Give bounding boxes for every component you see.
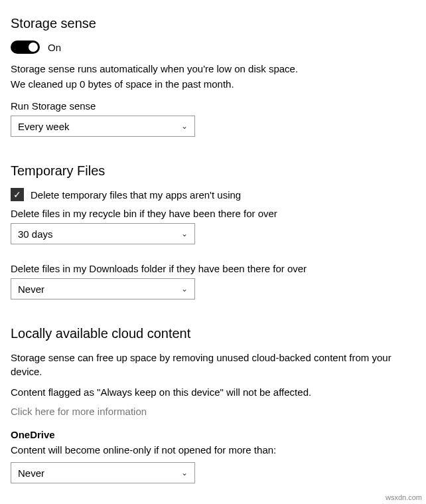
- chevron-down-icon: ⌄: [181, 284, 188, 294]
- delete-temp-files-label: Delete temporary files that my apps aren…: [31, 189, 241, 201]
- cloud-more-info-link[interactable]: Click here for more information: [11, 406, 415, 417]
- downloads-label: Delete files in my Downloads folder if t…: [11, 263, 415, 274]
- temporary-files-section: Temporary Files ✓ Delete temporary files…: [11, 163, 415, 299]
- toggle-knob-icon: [29, 42, 38, 52]
- checkmark-icon: ✓: [13, 190, 21, 199]
- cloud-desc1: Storage sense can free up space by remov…: [11, 351, 415, 378]
- onedrive-desc: Content will become online-only if not o…: [11, 443, 415, 457]
- chevron-down-icon: ⌄: [181, 122, 188, 131]
- recycle-bin-label: Delete files in my recycle bin if they h…: [11, 208, 415, 219]
- temporary-files-title: Temporary Files: [11, 163, 415, 179]
- storage-sense-toggle[interactable]: [11, 41, 40, 54]
- run-storage-sense-select[interactable]: Every week ⌄: [11, 116, 195, 137]
- storage-sense-desc1: Storage sense runs automatically when yo…: [11, 62, 415, 76]
- cloud-content-title: Locally available cloud content: [11, 326, 415, 341]
- downloads-select[interactable]: Never ⌄: [11, 278, 195, 299]
- cloud-desc2: Content flagged as "Always keep on this …: [11, 385, 415, 399]
- onedrive-value: Never: [18, 467, 44, 479]
- cloud-content-section: Locally available cloud content Storage …: [11, 326, 415, 483]
- storage-sense-section: Storage sense On Storage sense runs auto…: [11, 16, 415, 137]
- storage-sense-toggle-row: On: [11, 41, 415, 54]
- recycle-bin-value: 30 days: [18, 228, 53, 240]
- storage-sense-toggle-label: On: [48, 42, 61, 53]
- recycle-bin-select[interactable]: 30 days ⌄: [11, 223, 195, 244]
- storage-sense-title: Storage sense: [11, 16, 415, 31]
- onedrive-title: OneDrive: [11, 429, 415, 440]
- watermark: wsxdn.com: [386, 493, 422, 494]
- run-storage-sense-value: Every week: [18, 121, 70, 132]
- storage-sense-desc2: We cleaned up 0 bytes of space in the pa…: [11, 77, 415, 91]
- run-storage-sense-label: Run Storage sense: [11, 100, 415, 112]
- delete-temp-files-checkbox[interactable]: ✓: [11, 188, 24, 201]
- onedrive-select[interactable]: Never ⌄: [11, 462, 195, 483]
- delete-temp-files-row: ✓ Delete temporary files that my apps ar…: [11, 188, 415, 201]
- chevron-down-icon: ⌄: [181, 468, 188, 477]
- chevron-down-icon: ⌄: [181, 229, 188, 238]
- downloads-value: Never: [18, 284, 44, 295]
